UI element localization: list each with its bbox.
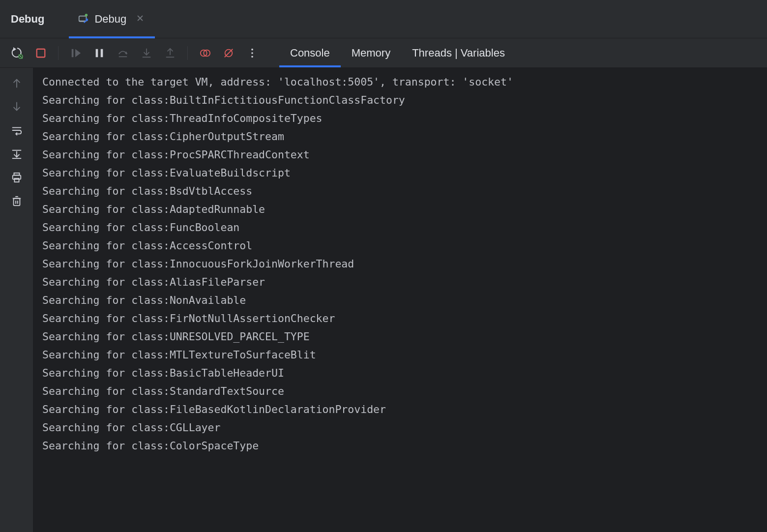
svg-rect-9 [96,49,98,57]
step-out-icon[interactable] [164,47,177,59]
pause-icon[interactable] [93,47,106,59]
svg-rect-32 [13,199,20,206]
panel-title: Debug [11,13,44,26]
separator [58,46,59,60]
debug-toolbar: Console Memory Threads | Variables [0,38,767,68]
scroll-to-end-icon[interactable] [10,148,23,160]
debug-panel-header: Debug Debug [0,0,767,38]
svg-point-20 [251,48,253,50]
tab-memory[interactable]: Memory [341,38,401,67]
tab-console[interactable]: Console [279,38,341,67]
tab-threads-variables[interactable]: Threads | Variables [401,38,516,67]
svg-point-22 [251,56,253,58]
debug-view-tabs: Console Memory Threads | Variables [279,38,516,67]
view-breakpoints-icon[interactable] [199,47,211,59]
clear-icon[interactable] [10,195,23,207]
more-icon[interactable] [246,47,259,59]
scroll-down-icon[interactable] [10,100,23,113]
separator [187,46,188,60]
console-output[interactable]: Connected to the target VM, address: 'lo… [33,68,767,532]
soft-wrap-icon[interactable] [10,124,23,137]
svg-rect-7 [37,49,45,57]
step-into-icon[interactable] [140,47,153,59]
mute-breakpoints-icon[interactable] [222,47,235,59]
svg-rect-8 [72,49,74,57]
stop-icon[interactable] [34,47,47,59]
rerun-icon[interactable] [11,47,24,59]
scroll-up-icon[interactable] [10,77,23,89]
tab-label: Debug [94,13,126,26]
print-icon[interactable] [10,171,23,184]
svg-rect-10 [101,49,103,57]
resume-icon[interactable] [69,47,82,59]
console-gutter [0,68,33,532]
svg-point-2 [85,14,88,17]
step-over-icon[interactable] [117,47,129,59]
run-config-icon [78,14,88,25]
debug-run-tab[interactable]: Debug [69,0,155,38]
close-tab-icon[interactable] [136,14,146,24]
svg-point-21 [251,52,253,54]
